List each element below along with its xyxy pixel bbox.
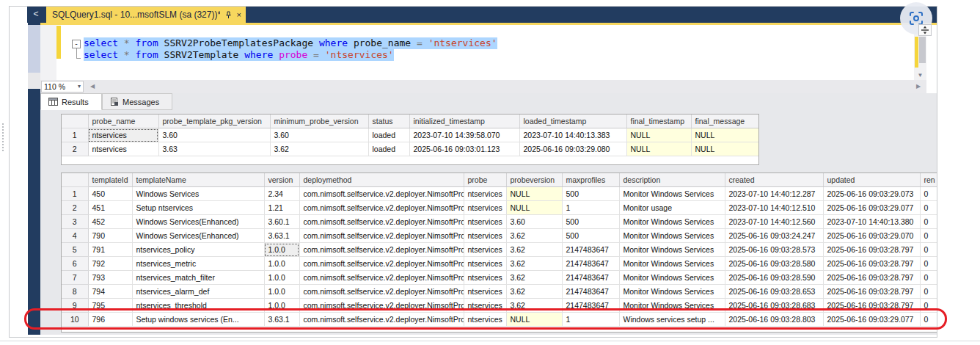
grid-cell[interactable]: probe_template_pkg_version — [158, 115, 270, 128]
grid-cell[interactable]: 3.60 — [158, 128, 270, 142]
grid-cell[interactable]: com.nimsoft.selfservice.v2.deployer.Nims… — [299, 215, 464, 229]
grid-cell[interactable]: 2023-07-10 14:40:12.510 — [725, 201, 823, 215]
grid-cell[interactable]: ntservices — [464, 285, 506, 299]
grid-cell[interactable]: final_timestamp — [626, 115, 691, 128]
grid-cell[interactable]: 2023-07-10 14:40:12.560 — [725, 215, 823, 229]
editor-split-button[interactable] — [918, 24, 932, 36]
grid-cell[interactable]: loaded — [368, 142, 409, 156]
grid-cell[interactable]: 3.63 — [158, 142, 270, 156]
grid-cell[interactable]: 0 — [920, 187, 937, 201]
grid-cell[interactable]: 2025-06-16 09:03:29.073 — [823, 187, 920, 201]
grid-cell[interactable]: 3.62 — [506, 285, 562, 299]
row-header-cell[interactable]: 6 — [62, 257, 88, 271]
grid-cell[interactable]: 2.34 — [264, 187, 299, 201]
grid-cell[interactable]: 2025-06-16 09:03:28.797 — [823, 285, 920, 299]
grid-cell[interactable]: 2147483647 — [562, 243, 619, 257]
grid-cell[interactable]: 3.62 — [506, 271, 562, 285]
grid-cell[interactable]: com.nimsoft.selfservice.v2.deployer.Nims… — [299, 243, 464, 257]
row-header-cell[interactable]: 3 — [62, 215, 88, 229]
grid-cell[interactable]: probe — [464, 173, 506, 187]
grid-cell[interactable]: com.nimsoft.selfservice.v2.deployer.Nims… — [299, 229, 464, 243]
grid-cell[interactable]: Monitor Windows Services — [619, 257, 725, 271]
grid-cell[interactable]: 2025-06-16 09:03:29.077 — [823, 201, 920, 215]
grid-cell[interactable]: 2025-06-16 09:03:28.580 — [725, 257, 823, 271]
row-header-cell[interactable]: 7 — [62, 271, 88, 285]
row-header-cell[interactable] — [62, 173, 88, 187]
grid-cell[interactable]: 3.60 — [270, 128, 368, 142]
grid-cell[interactable]: ntservices — [464, 243, 506, 257]
scroll-right-icon[interactable]: ▶ — [913, 81, 924, 92]
grid-cell[interactable]: 2025-06-16 09:03:28.573 — [725, 243, 823, 257]
grid-cell[interactable]: 2025-06-16 09:03:29.080 — [519, 142, 626, 156]
grid-cell[interactable]: NULL — [506, 201, 562, 215]
grid-cell[interactable]: 3.62 — [270, 142, 368, 156]
grid-cell[interactable]: 0 — [920, 285, 937, 299]
grid-cell[interactable]: 3.62 — [506, 243, 562, 257]
grid-cell[interactable]: ntservices — [464, 201, 506, 215]
grid-cell[interactable]: 0 — [920, 215, 937, 229]
grid-cell[interactable]: Monitor Windows Services — [619, 243, 725, 257]
panel-drag-handle[interactable] — [2, 123, 4, 151]
row-header-cell[interactable]: 5 — [62, 243, 88, 257]
tab-results[interactable]: Results — [40, 93, 102, 110]
row-header-cell[interactable]: 2 — [62, 201, 88, 215]
pin-icon[interactable] — [224, 11, 233, 19]
grid-cell[interactable]: 0 — [920, 271, 937, 285]
close-icon[interactable]: × — [237, 11, 241, 19]
grid-cell[interactable]: ntservices_policy — [132, 243, 264, 257]
grid-cell[interactable]: ntservices_metric — [132, 257, 264, 271]
grid-cell[interactable]: created — [725, 173, 823, 187]
grid-cell[interactable]: com.nimsoft.selfservice.v2.deployer.Nims… — [299, 201, 464, 215]
grid-cell[interactable]: ntservices — [464, 215, 506, 229]
grid-cell[interactable]: NULL — [626, 128, 691, 142]
grid-cell[interactable]: Windows Services — [132, 187, 264, 201]
grid-cell[interactable]: 1.21 — [264, 201, 299, 215]
grid-cell[interactable]: description — [619, 173, 725, 187]
grid-cell[interactable]: ntservices — [464, 271, 506, 285]
grid-cell[interactable]: 2025-06-16 09:03:28.653 — [725, 285, 823, 299]
grid-cell[interactable]: 0 — [920, 243, 937, 257]
grid-cell[interactable]: Monitor Windows Services — [619, 271, 725, 285]
zoom-level-dropdown[interactable]: 110 % ▾ — [41, 81, 84, 92]
grid-cell[interactable]: com.nimsoft.selfservice.v2.deployer.Nims… — [299, 187, 464, 201]
row-header-cell[interactable]: 1 — [62, 128, 88, 142]
grid-cell[interactable]: loaded — [368, 128, 409, 142]
grid-cell[interactable]: 1.0.0 — [264, 243, 299, 257]
scrollbar-thumb[interactable] — [919, 37, 926, 63]
grid-cell[interactable]: loaded_timestamp — [519, 115, 626, 128]
grid-cell[interactable]: 793 — [88, 271, 132, 285]
scroll-down-icon[interactable]: ▼ — [914, 70, 926, 80]
row-header-cell[interactable] — [62, 115, 88, 128]
grid-cell[interactable]: 2147483647 — [562, 285, 619, 299]
grid-cell[interactable]: 1 — [562, 201, 619, 215]
grid-cell[interactable]: status — [368, 115, 409, 128]
grid-cell[interactable]: 500 — [562, 187, 619, 201]
row-header-cell[interactable]: 4 — [62, 229, 88, 243]
grid-cell[interactable]: 452 — [88, 215, 132, 229]
grid-cell[interactable]: 2025-06-16 09:03:29.070 — [823, 229, 920, 243]
grid-cell[interactable]: 2023-07-10 14:40:13.380 — [823, 215, 920, 229]
tab-messages[interactable]: Messages — [102, 93, 172, 110]
grid-cell[interactable]: 3.62 — [506, 257, 562, 271]
grid-cell[interactable]: NULL — [691, 128, 758, 142]
grid-cell[interactable]: 450 — [88, 187, 132, 201]
grid-cell[interactable]: com.nimsoft.selfservice.v2.deployer.Nims… — [299, 271, 464, 285]
grid-cell[interactable]: final_message — [691, 115, 758, 128]
grid-cell[interactable]: probeversion — [506, 173, 562, 187]
grid-cell[interactable]: 0 — [920, 229, 937, 243]
code-fold-icon[interactable]: - — [72, 40, 81, 48]
grid-cell[interactable]: 2023-07-10 14:40:13.383 — [519, 128, 626, 142]
grid-cell[interactable]: Monitor Windows Services — [619, 229, 725, 243]
grid-cell[interactable]: Windows Services(Enhanced) — [132, 215, 264, 229]
grid-cell[interactable]: templateName — [132, 173, 264, 187]
grid-cell[interactable]: 0 — [920, 201, 937, 215]
grid-cell[interactable]: 3.60.1 — [264, 215, 299, 229]
grid-cell[interactable]: Monitor Windows Services — [619, 215, 725, 229]
grid-cell[interactable]: 791 — [88, 243, 132, 257]
grid-cell[interactable]: 2147483647 — [562, 271, 619, 285]
grid-cell[interactable]: 792 — [88, 257, 132, 271]
tab-scroll-left-button[interactable]: < — [28, 7, 44, 23]
grid-cell[interactable]: probe_name — [88, 115, 158, 128]
grid-cell[interactable]: ntservices — [464, 187, 506, 201]
grid-cell[interactable]: NULL — [626, 142, 691, 156]
